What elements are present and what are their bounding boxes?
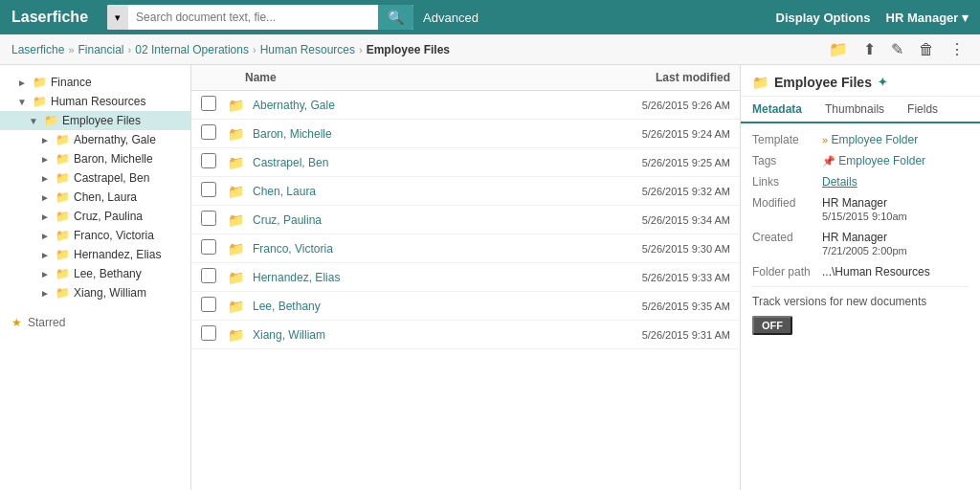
user-menu-button[interactable]: HR Manager ▾: [886, 11, 969, 25]
table-row[interactable]: 📁 Chen, Laura 5/26/2015 9:32 AM: [191, 177, 740, 206]
table-row[interactable]: 📁 Castrapel, Ben 5/26/2015 9:25 AM: [191, 148, 740, 177]
folder-icon: 📁: [56, 133, 70, 146]
breadcrumb-internal-ops[interactable]: 02 Internal Operations: [135, 43, 249, 56]
file-name: Franco, Victoria: [253, 242, 602, 256]
new-folder-button[interactable]: 📁: [825, 38, 852, 60]
delete-button[interactable]: 🗑: [915, 39, 938, 60]
file-modified: 5/26/2015 9:25 AM: [606, 157, 730, 168]
breadcrumb-hr[interactable]: Human Resources: [260, 43, 355, 56]
upload-button[interactable]: ⬆: [859, 38, 880, 60]
folder-icon: 📁: [56, 267, 70, 280]
sidebar-item-lee[interactable]: ► 📁 Lee, Bethany: [0, 264, 190, 283]
edit-button[interactable]: ✎: [887, 38, 907, 60]
table-row[interactable]: 📁 Xiang, William 5/26/2015 9:31 AM: [191, 321, 740, 349]
links-value[interactable]: Details: [822, 175, 969, 189]
created-label: Created: [752, 231, 814, 244]
sidebar-item-xiang[interactable]: ► 📁 Xiang, William: [0, 283, 190, 302]
file-modified: 5/26/2015 9:30 AM: [606, 243, 730, 255]
template-label: Template: [752, 133, 814, 146]
file-checkbox[interactable]: [201, 325, 216, 341]
search-button[interactable]: 🔍: [378, 5, 413, 30]
table-row[interactable]: 📁 Hernandez, Elias 5/26/2015 9:33 AM: [191, 263, 740, 292]
sidebar-item-cruz[interactable]: ► 📁 Cruz, Paulina: [0, 207, 190, 226]
folder-icon: 📁: [228, 155, 244, 170]
file-checkbox[interactable]: [201, 96, 216, 111]
breadcrumb-laserfiche[interactable]: Laserfiche: [11, 43, 64, 56]
breadcrumb-current: Employee Files: [367, 43, 450, 56]
right-panel-title: Employee Files: [774, 75, 872, 90]
file-checkbox[interactable]: [201, 297, 216, 312]
table-row[interactable]: 📁 Lee, Bethany 5/26/2015 9:35 AM: [191, 292, 740, 321]
file-modified: 5/26/2015 9:26 AM: [606, 100, 730, 111]
breadcrumb-financial[interactable]: Financial: [78, 43, 124, 56]
top-navigation: Laserfiche ▾ 🔍 Advanced Display Options …: [0, 0, 980, 34]
display-options-button[interactable]: Display Options: [776, 11, 871, 25]
sidebar-item-baron[interactable]: ► 📁 Baron, Michelle: [0, 149, 190, 168]
folder-icon: 📁: [228, 212, 244, 228]
table-row[interactable]: 📁 Cruz, Paulina 5/26/2015 9:34 AM: [191, 206, 740, 234]
sidebar-item-employee-files[interactable]: ▼ 📁 Employee Files: [0, 111, 190, 130]
file-checkbox[interactable]: [201, 268, 216, 283]
tags-label: Tags: [752, 154, 814, 167]
search-input[interactable]: [128, 11, 378, 24]
file-checkbox[interactable]: [201, 182, 216, 197]
sidebar-item-chen[interactable]: ► 📁 Chen, Laura: [0, 188, 190, 207]
starred-section[interactable]: ★ Starred: [0, 310, 190, 335]
file-checkbox[interactable]: [201, 211, 216, 226]
file-folder-icon: 📁: [228, 299, 249, 314]
toggle-icon: ▼: [17, 97, 29, 107]
toggle-button[interactable]: OFF: [752, 316, 792, 335]
folder-path-row: Folder path ...\Human Resources: [752, 265, 969, 278]
sidebar-item-finance[interactable]: ► 📁 Finance: [0, 73, 190, 92]
folder-icon: 📁: [56, 190, 70, 204]
more-options-button[interactable]: ⋮: [946, 38, 969, 60]
tab-fields[interactable]: Fields: [896, 97, 949, 122]
sidebar-item-label: Finance: [51, 76, 183, 89]
col-name-header: Name: [245, 71, 606, 84]
tab-thumbnails[interactable]: Thumbnails: [813, 97, 896, 122]
sidebar-item-label: Hernandez, Elias: [74, 248, 183, 261]
advanced-search-button[interactable]: Advanced: [423, 11, 479, 25]
folder-path-label: Folder path: [752, 265, 814, 278]
modified-label: Modified: [752, 196, 814, 210]
file-name: Abernathy, Gale: [253, 99, 602, 112]
sidebar-item-label: Employee Files: [62, 114, 183, 127]
file-checkbox[interactable]: [201, 124, 216, 140]
col-check-header: [201, 71, 224, 84]
tab-metadata[interactable]: Metadata: [741, 97, 813, 123]
file-checkbox[interactable]: [201, 153, 216, 168]
folder-icon: 📁: [228, 184, 244, 199]
sidebar-item-label: Abernathy, Gale: [74, 133, 183, 146]
modified-row: Modified HR Manager5/15/2015 9:10am: [752, 196, 969, 223]
breadcrumb-bar: Laserfiche » Financial › 02 Internal Ope…: [0, 34, 980, 65]
folder-path-value: ...\Human Resources: [822, 265, 969, 278]
folder-icon: 📁: [56, 286, 70, 300]
sidebar-item-label: Cruz, Paulina: [74, 210, 183, 223]
search-icon: 🔍: [388, 10, 404, 25]
sidebar-item-hernandez[interactable]: ► 📁 Hernandez, Elias: [0, 245, 190, 264]
links-label: Links: [752, 175, 814, 189]
file-folder-icon: 📁: [228, 212, 249, 228]
toggle-icon: ►: [40, 269, 52, 279]
table-row[interactable]: 📁 Abernathy, Gale 5/26/2015 9:26 AM: [191, 91, 740, 120]
tags-value: 📌 Employee Folder: [822, 154, 969, 167]
search-dropdown-button[interactable]: ▾: [107, 5, 128, 30]
sidebar-item-label: Franco, Victoria: [74, 229, 183, 242]
right-panel: 📁 Employee Files ✦ Metadata Thumbnails F…: [741, 65, 980, 490]
file-modified: 5/26/2015 9:35 AM: [606, 301, 730, 312]
sidebar-item-human-resources[interactable]: ▼ 📁 Human Resources: [0, 92, 190, 111]
folder-icon: 📁: [228, 299, 244, 314]
sidebar-item-castrapel[interactable]: ► 📁 Castrapel, Ben: [0, 168, 190, 188]
toggle-icon: ►: [40, 231, 52, 241]
toggle-icon: ►: [40, 192, 52, 203]
folder-icon: 📁: [228, 98, 244, 113]
right-panel-header: 📁 Employee Files ✦: [741, 65, 980, 97]
table-row[interactable]: 📁 Baron, Michelle 5/26/2015 9:24 AM: [191, 120, 740, 148]
table-row[interactable]: 📁 Franco, Victoria 5/26/2015 9:30 AM: [191, 234, 740, 263]
file-checkbox[interactable]: [201, 239, 216, 255]
template-value-text: Employee Folder: [831, 133, 918, 146]
track-versions-label: Track versions for new documents: [752, 295, 969, 308]
sidebar-item-franco[interactable]: ► 📁 Franco, Victoria: [0, 226, 190, 245]
sidebar-item-abernathy[interactable]: ► 📁 Abernathy, Gale: [0, 130, 190, 149]
pin-icon: 📌: [822, 155, 835, 167]
